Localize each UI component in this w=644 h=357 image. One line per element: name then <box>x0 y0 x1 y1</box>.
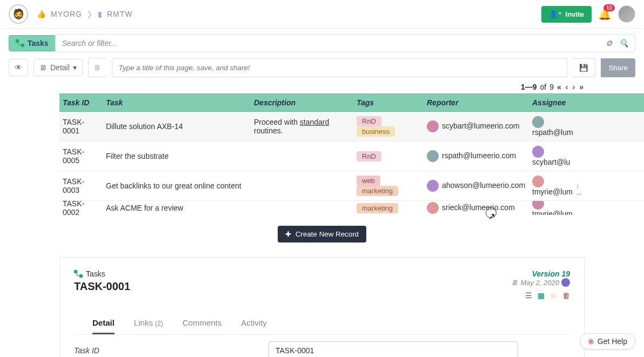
search-input[interactable]: Search or filter... ⚙ 🔍 <box>55 34 635 52</box>
field-label-task-id: Task ID <box>74 346 269 355</box>
page-icon: 🗎 <box>93 63 101 72</box>
avatar-icon <box>532 201 544 210</box>
view-toolbar: 👁 🗎 Detail ▾ 🗎 💾 Share <box>0 58 644 77</box>
detail-dropdown[interactable]: 🗎 Detail ▾ <box>33 59 83 76</box>
tab-detail[interactable]: Detail <box>92 314 115 334</box>
trash-icon[interactable]: 🗑 <box>562 291 570 300</box>
invite-button[interactable]: 👤⁺ Invite <box>541 6 592 23</box>
notifications-button[interactable]: 🔔 10 <box>598 8 612 21</box>
col-assignee[interactable]: Assignee <box>529 94 583 111</box>
cell-id: TASK-0002 <box>59 201 103 215</box>
pager-prev[interactable]: ‹ <box>566 83 569 91</box>
list-view-icon[interactable]: ☰ <box>525 291 532 300</box>
tag[interactable]: marketing <box>357 203 398 213</box>
tag[interactable]: web <box>357 176 380 186</box>
cell-tags: RnDbusiness <box>353 112 424 141</box>
tag[interactable]: RnD <box>357 116 381 126</box>
avatar-icon <box>427 202 439 214</box>
visibility-button[interactable]: 👁 <box>9 59 28 76</box>
save-button[interactable]: 💾 <box>573 58 595 77</box>
col-task-id[interactable]: Task ID <box>59 94 103 111</box>
table-row[interactable]: TASK-0001 Dillute solution AXB-14 Procee… <box>59 112 644 142</box>
col-reporter[interactable]: Reporter <box>424 94 529 111</box>
create-record-button[interactable]: ✚ Create New Record <box>278 226 366 243</box>
tag[interactable]: marketing <box>357 186 398 196</box>
cell-tags: webmarketing <box>353 171 424 200</box>
cell-assignee: rspath@lum <box>529 112 583 141</box>
table-row[interactable]: TASK-0005 Filter the substrate RnD rspat… <box>59 142 644 171</box>
user-plus-icon: 👤⁺ <box>549 10 562 18</box>
search-icon[interactable]: 🔍 <box>619 39 628 48</box>
detail-tasks-label: Tasks <box>74 270 130 278</box>
app-header: 🧔 👍 MYORG ❯ ▮ RMTW 👤⁺ Invite 🔔 10 <box>0 0 644 29</box>
user-avatar[interactable] <box>618 5 635 23</box>
detail-tabs: Detail Links (2) Comments Activity <box>74 314 570 335</box>
resize-handle[interactable]: ↕↔ <box>576 183 582 198</box>
version-label[interactable]: Version 19 <box>511 270 570 278</box>
field-input-task-id[interactable] <box>269 341 518 357</box>
tasks-table: Task ID Task Description Tags Reporter A… <box>59 93 644 215</box>
cell-desc <box>251 204 353 212</box>
col-description[interactable]: Description <box>251 94 353 111</box>
field-task-id: Task ID <box>74 335 570 357</box>
grid-view-icon[interactable]: ▦ <box>538 291 545 300</box>
page-icon-box[interactable]: 🗎 <box>88 58 106 77</box>
tasks-chip[interactable]: Tasks <box>9 35 56 51</box>
star-icon[interactable]: ☆ <box>550 291 557 300</box>
cell-task: Filter the substrate <box>103 147 251 165</box>
page-title-input[interactable] <box>112 58 568 77</box>
table-header: Task ID Task Description Tags Reporter A… <box>59 94 644 112</box>
detail-icon: 🗎 <box>39 63 47 72</box>
tab-comments[interactable]: Comments <box>183 314 222 334</box>
file-icon: ▮ <box>98 10 103 18</box>
author-avatar[interactable] <box>561 278 570 287</box>
cell-assignee: tmyrie@lum <box>529 201 583 215</box>
tag[interactable]: RnD <box>357 151 381 161</box>
lifebuoy-icon: ⊗ <box>588 337 594 346</box>
cell-reporter: rspath@lumeerio.com <box>424 146 529 166</box>
col-tags[interactable]: Tags <box>353 94 424 111</box>
tab-links[interactable]: Links (2) <box>134 314 163 334</box>
cell-task: Dillute solution AXB-14 <box>103 118 251 135</box>
eye-icon: 👁 <box>15 63 22 72</box>
table-row[interactable]: TASK-0003 Get backlinks to our great onl… <box>59 171 644 201</box>
cell-reporter: ahowson@lumeerio.com <box>424 176 529 196</box>
cell-assignee: tmyrie@lum <box>529 171 583 200</box>
pager: 1—9 of 9 « ‹ › » <box>0 77 644 93</box>
cell-reporter: srieck@lumeerio.com <box>424 201 529 215</box>
pager-total: 9 <box>549 83 554 91</box>
breadcrumb-org[interactable]: MYORG <box>51 10 82 18</box>
tasks-icon <box>16 39 24 47</box>
cell-desc <box>251 152 353 160</box>
cell-task: Ask ACME for a review <box>103 201 251 215</box>
detail-panel: Tasks TASK-0001 Version 19 🗎 May 2, 2020… <box>59 258 585 357</box>
pager-last[interactable]: » <box>579 83 585 91</box>
table-row[interactable]: TASK-0002 Ask ACME for a review marketin… <box>59 201 644 215</box>
app-logo[interactable]: 🧔 <box>9 4 28 24</box>
pager-range: 1—9 <box>521 83 537 91</box>
tasks-icon <box>74 270 83 278</box>
detail-task-id: TASK-0001 <box>74 280 130 293</box>
pager-next[interactable]: › <box>573 83 576 91</box>
breadcrumb: 👍 MYORG ❯ ▮ RMTW <box>37 10 132 18</box>
cell-task: Get backlinks to our great online conten… <box>103 177 251 194</box>
pager-first[interactable]: « <box>557 83 562 91</box>
tag[interactable]: business <box>357 126 395 137</box>
notification-badge: 10 <box>603 4 615 11</box>
pager-of: of <box>540 83 547 91</box>
avatar-icon <box>427 120 439 132</box>
caret-down-icon: ▾ <box>73 63 77 72</box>
cell-assignee: scybart@lu <box>529 142 583 171</box>
help-button[interactable]: ⊗ Get Help <box>580 333 635 349</box>
avatar-icon <box>427 150 439 162</box>
cell-tags: RnD <box>353 147 424 166</box>
col-task[interactable]: Task <box>103 94 251 111</box>
avatar-icon <box>532 176 544 187</box>
settings-icon[interactable]: ⚙ <box>606 39 613 48</box>
file-icon: 🗎 <box>511 279 518 287</box>
breadcrumb-project[interactable]: RMTW <box>107 10 133 18</box>
date-label: 🗎 May 2, 2020 <box>511 278 570 287</box>
cell-id: TASK-0003 <box>59 173 103 199</box>
share-button[interactable]: Share <box>601 58 635 77</box>
tab-activity[interactable]: Activity <box>241 314 267 334</box>
